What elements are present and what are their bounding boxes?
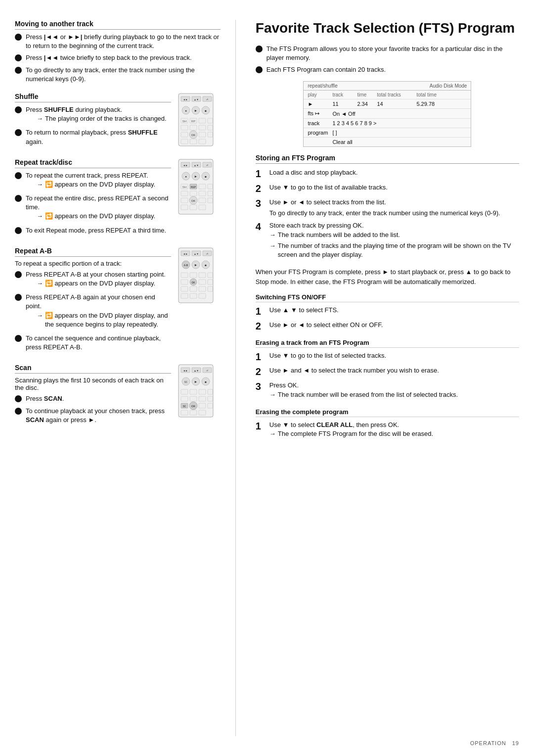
svg-text:▲▼: ▲▼ [194,164,199,167]
svg-text:REP: REP [191,186,196,189]
svg-text:▲▼: ▲▼ [194,252,199,255]
svg-text:◄►: ◄► [183,369,188,372]
fts-mode-row: fts ↦ On ◄ Off [304,109,471,119]
switching-steps: 1 Use ▲ ▼ to select FTS. 2 Use ► or ◄ to… [256,305,519,332]
repeat-track-list: To repeat the current track, press REPEA… [15,171,171,235]
bullet-icon [15,54,22,61]
scan-intro: Scanning plays the first 10 seconds of e… [15,377,171,391]
svg-text:■: ■ [205,109,207,112]
list-item: The FTS Program allows you to store your… [256,45,519,62]
section-repeat-track: Repeat track/disc To repeat the current … [15,158,221,238]
list-item: To go directly to any track, enter the t… [15,66,221,84]
svg-text:OK: OK [191,405,196,408]
svg-rect-109 [190,396,197,401]
col-play: play [308,92,332,97]
fts-label: fts ↦ [308,110,332,117]
repeat-track-title: Repeat track/disc [15,158,171,168]
storing-title: Storing an FTS Program [256,154,519,164]
svg-rect-84 [181,286,188,291]
step-2: 2 Use ► or ◄ to select either ON or OFF. [256,320,519,332]
completion-text: When your FTS Program is complete, press… [256,267,519,286]
svg-rect-27 [208,132,213,137]
svg-text:SH: SH [182,120,186,123]
section-erasing-track: Erasing a track from an FTS Program 1 Us… [256,339,519,401]
svg-text:◄►: ◄► [183,252,188,255]
shuffle-content: Shuffle Press SHUFFLE during playback. →… [15,93,221,149]
remote-image-repeat: ◄► ▲▼ ⏎ ● ► ■ SH REP [176,158,221,217]
step-number: 4 [256,221,265,233]
svg-rect-86 [199,286,206,291]
svg-rect-120 [199,410,206,415]
remote-svg-scan: ◄► ▲▼ ⏎ SC ► ■ [176,364,216,418]
bullet-icon [15,172,22,179]
svg-rect-78 [208,273,213,278]
time-val: 2.34 [357,101,377,107]
track-label: track [308,120,332,126]
svg-text:SC: SC [182,405,186,408]
remote-image-ab: ◄► ▲▼ ⏎ A-B ► ■ [176,247,221,305]
moving-track-title: Moving to another track [15,20,221,30]
step-number: 1 [256,168,265,180]
svg-rect-59 [181,205,188,210]
svg-rect-57 [199,198,206,203]
moving-track-list: Press |◄◄ or ►►| briefly during playback… [15,33,221,84]
svg-rect-60 [190,205,197,210]
svg-rect-29 [190,139,197,144]
bullet-icon [15,34,22,41]
svg-rect-111 [208,396,213,401]
svg-text:▲▼: ▲▼ [194,369,199,372]
svg-rect-87 [208,286,213,291]
svg-text:■: ■ [205,380,207,383]
svg-text:SH: SH [182,186,186,189]
fts-header-left: repeat/shuffle [308,83,337,89]
section-repeat-ab: Repeat A-B To repeat a specific portion … [15,247,221,355]
program-label: program [308,130,332,136]
bullet-icon [15,408,22,415]
col-time: time [357,92,377,97]
svg-rect-88 [181,293,188,298]
page: Moving to another track Press |◄◄ or ►►|… [0,0,534,756]
fts-data-row: ► 11 2.34 14 5.29.78 [304,99,471,109]
bullet-icon [15,227,22,234]
total-time-val: 5.29.78 [416,101,467,107]
fts-track-row: track 1 2 3 4 5 6 7 8 9 > [304,119,471,128]
bullet-icon [15,195,22,202]
svg-rect-17 [199,118,206,123]
bullet-icon [15,335,22,342]
svg-text:⏎: ⏎ [206,252,208,255]
footer-label: Operation [470,740,506,746]
remote-svg: ◄► ▲▼ ⏎ ● ► ■ SH [176,93,216,147]
bullet-icon [15,271,22,278]
svg-rect-77 [199,273,206,278]
svg-rect-53 [208,191,213,196]
section-erasing-program: Erasing the complete program 1 Use ▼ to … [256,408,519,441]
svg-rect-20 [190,125,197,130]
svg-text:■: ■ [205,175,207,178]
repeat-ab-list: Press REPEAT A-B at your chosen starting… [15,270,171,352]
clear-all-label: Clear all [332,139,352,145]
svg-rect-106 [199,389,206,394]
repeat-ab-intro: To repeat a specific portion of a track: [15,260,171,267]
erasing-track-steps: 1 Use ▼ to go to the list of selected tr… [256,351,519,401]
svg-rect-58 [208,198,213,203]
section-shuffle: Shuffle Press SHUFFLE during playback. →… [15,93,221,149]
track-val: 11 [332,101,357,107]
svg-rect-105 [190,389,197,394]
list-item: Press |◄◄ twice briefly to step back to … [15,53,221,62]
repeat-track-content: Repeat track/disc To repeat the current … [15,158,221,238]
svg-rect-76 [190,273,197,278]
erasing-program-steps: 1 Use ▼ to select CLEAR ALL, then press … [256,420,519,441]
svg-rect-48 [199,184,206,189]
section-moving-track: Moving to another track Press |◄◄ or ►►|… [15,20,221,84]
step-number: 3 [256,380,265,392]
svg-rect-118 [181,410,188,415]
svg-text:►: ► [194,175,197,178]
remote-image-scan: ◄► ▲▼ ⏎ SC ► ■ [176,364,221,420]
list-item: Press |◄◄ or ►►| briefly during playback… [15,33,221,50]
list-item: To repeat the current track, press REPEA… [15,171,171,191]
list-item: To return to normal playback, press SHUF… [15,128,171,146]
bullet-icon [15,129,22,136]
step-number: 1 [256,305,265,317]
svg-rect-19 [181,125,188,130]
step-number: 2 [256,320,265,332]
